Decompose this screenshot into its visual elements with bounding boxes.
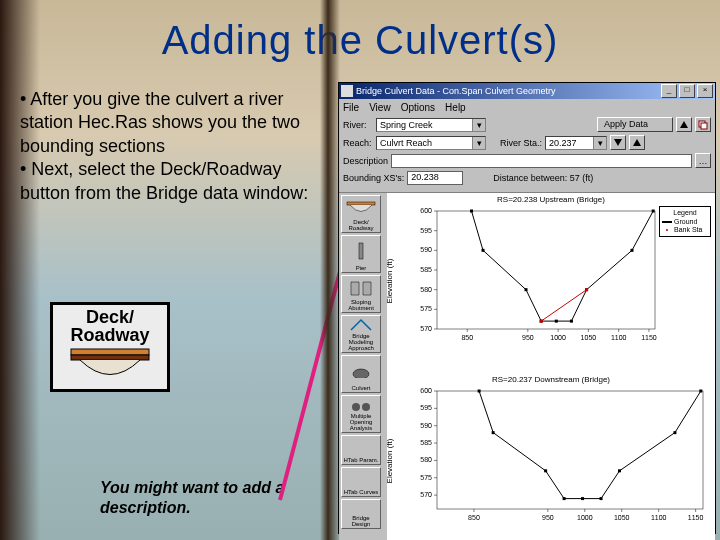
river-value: Spring Creek <box>377 120 472 130</box>
chart-title: RS=20.238 Upstream (Bridge) <box>387 195 715 204</box>
chart-plot: 8509501000105011001150570575580585590595… <box>411 387 709 527</box>
description-input[interactable] <box>391 154 692 168</box>
bridge-design-tool[interactable]: Bridge Design <box>341 499 381 529</box>
svg-text:850: 850 <box>461 334 473 341</box>
svg-text:575: 575 <box>420 474 432 481</box>
svg-rect-44 <box>482 249 485 252</box>
chevron-down-icon: ▾ <box>593 137 606 149</box>
modeling-icon <box>349 317 373 333</box>
svg-rect-84 <box>563 497 566 500</box>
svg-text:1000: 1000 <box>550 334 566 341</box>
titlebar[interactable]: Bridge Culvert Data - Con.Span Culvert G… <box>339 83 715 99</box>
svg-rect-10 <box>359 243 363 259</box>
distance-between-text: Distance between: 57 (ft) <box>493 173 593 183</box>
svg-text:950: 950 <box>522 334 534 341</box>
legend-title: Legend <box>662 209 708 216</box>
minimize-button[interactable]: _ <box>661 84 677 98</box>
svg-text:600: 600 <box>420 387 432 394</box>
culvert-icon <box>350 357 372 385</box>
body-text: • After you give the culvert a river sta… <box>20 88 320 205</box>
menu-view[interactable]: View <box>369 102 391 113</box>
y-axis-label: Elevation (ft) <box>387 259 394 304</box>
svg-point-13 <box>353 369 369 378</box>
svg-marker-12 <box>363 282 371 295</box>
nav-up-button[interactable] <box>676 117 692 132</box>
tool-label: Bridge Design <box>343 515 379 527</box>
culvert-tool[interactable]: Culvert <box>341 355 381 393</box>
svg-text:580: 580 <box>420 456 432 463</box>
river-sta-combo[interactable]: 20.237 ▾ <box>545 136 607 150</box>
chart-area: RS=20.238 Upstream (Bridge) Elevation (f… <box>387 193 715 540</box>
sloping-abutment-tool[interactable]: Sloping Abutment <box>341 275 381 313</box>
svg-text:1000: 1000 <box>577 514 593 521</box>
svg-rect-54 <box>437 391 703 509</box>
svg-text:1150: 1150 <box>688 514 704 521</box>
svg-text:1100: 1100 <box>651 514 667 521</box>
svg-text:575: 575 <box>420 305 432 312</box>
svg-rect-1 <box>71 355 149 360</box>
chevron-down-icon: ▾ <box>472 119 485 131</box>
close-button[interactable]: × <box>697 84 713 98</box>
reach-value: Culvrt Reach <box>377 138 472 148</box>
svg-text:1100: 1100 <box>611 334 627 341</box>
svg-rect-53 <box>585 288 588 291</box>
nav-down-button[interactable] <box>610 135 626 150</box>
page-title: Adding the Culvert(s) <box>0 18 720 63</box>
svg-rect-9 <box>347 202 375 205</box>
svg-text:595: 595 <box>420 404 432 411</box>
deck-roadway-button[interactable]: Deck/ Roadway <box>50 302 170 392</box>
copy-button[interactable] <box>695 117 711 132</box>
menu-file[interactable]: File <box>343 102 359 113</box>
svg-rect-81 <box>478 390 481 393</box>
svg-text:570: 570 <box>420 491 432 498</box>
bridge-modeling-tool[interactable]: Bridge Modeling Approach <box>341 315 381 353</box>
menu-options[interactable]: Options <box>401 102 435 113</box>
reach-combo[interactable]: Culvrt Reach ▾ <box>376 136 486 150</box>
svg-rect-86 <box>600 497 603 500</box>
y-axis-label: Elevation (ft) <box>387 439 394 484</box>
svg-rect-88 <box>673 431 676 434</box>
river-sta-label: River Sta.: <box>500 138 542 148</box>
description-expand-button[interactable]: … <box>695 153 711 168</box>
deck-label-1: Deck/ <box>86 307 134 327</box>
tool-label: Culvert <box>351 385 370 391</box>
maximize-button[interactable]: □ <box>679 84 695 98</box>
svg-text:1150: 1150 <box>641 334 657 341</box>
menu-help[interactable]: Help <box>445 102 466 113</box>
deck-roadway-tool[interactable]: Deck/ Roadway <box>341 195 381 233</box>
svg-rect-6 <box>701 123 707 129</box>
downstream-chart: RS=20.237 Downstream (Bridge) Elevation … <box>387 373 715 540</box>
pier-tool[interactable]: Pier <box>341 235 381 273</box>
bounding-label: Bounding XS's: <box>343 173 404 183</box>
reach-label: Reach: <box>343 138 373 148</box>
deck-label-2: Roadway <box>70 325 149 345</box>
svg-point-15 <box>362 403 370 411</box>
svg-text:595: 595 <box>420 227 432 234</box>
river-combo[interactable]: Spring Creek ▾ <box>376 118 486 132</box>
menubar: File View Options Help <box>339 99 715 115</box>
svg-text:600: 600 <box>420 207 432 214</box>
htab-curves-tool[interactable]: HTab Curves <box>341 467 381 497</box>
tool-label: HTab Param. <box>343 457 378 463</box>
bullet-2: • Next, select the Deck/Roadway button f… <box>20 159 308 202</box>
side-toolbar: Deck/ Roadway Pier Sloping Abutment Brid… <box>339 193 387 540</box>
htab-param-tool[interactable]: HTab Param. <box>341 435 381 465</box>
upstream-chart: RS=20.238 Upstream (Bridge) Elevation (f… <box>387 193 715 369</box>
multiple-opening-tool[interactable]: Multiple Opening Analysis <box>341 395 381 433</box>
svg-rect-48 <box>570 320 573 323</box>
river-label: River: <box>343 120 373 130</box>
apply-data-button[interactable]: Apply Data <box>597 117 673 132</box>
tool-label: Multiple Opening Analysis <box>343 413 379 431</box>
chart-plot: 8509501000105011001150570575580585590595… <box>411 207 661 347</box>
nav-up-button-2[interactable] <box>629 135 645 150</box>
svg-rect-82 <box>492 431 495 434</box>
tool-label: Deck/ Roadway <box>343 219 379 231</box>
svg-rect-43 <box>470 210 473 213</box>
svg-rect-0 <box>71 349 149 355</box>
description-label: Description <box>343 156 388 166</box>
chevron-down-icon: ▾ <box>472 137 485 149</box>
svg-rect-83 <box>544 469 547 472</box>
footnote-text: You might want to add a description. <box>100 478 310 518</box>
svg-text:850: 850 <box>468 514 480 521</box>
svg-text:590: 590 <box>420 422 432 429</box>
